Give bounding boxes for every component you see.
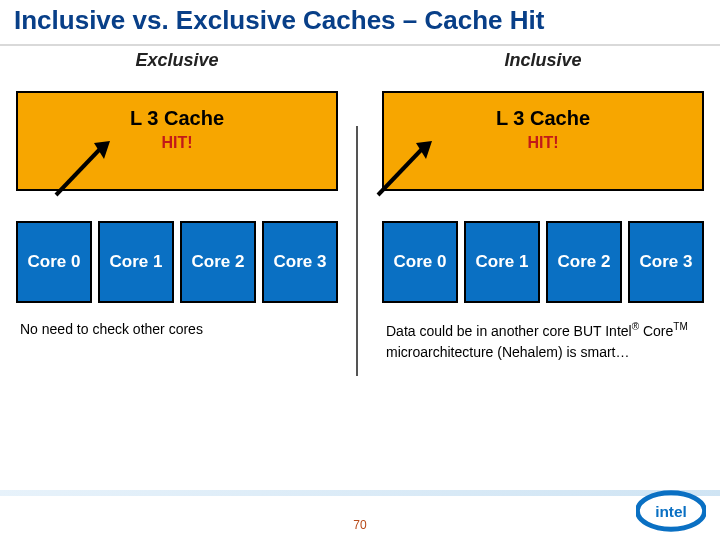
content-columns: Exclusive L 3 Cache HIT! Core 0 Core 1 C… <box>0 46 720 363</box>
core-3: Core 3 <box>262 221 338 303</box>
column-divider <box>356 126 358 376</box>
inclusive-column: Inclusive L 3 Cache HIT! Core 0 Core 1 C… <box>378 50 708 363</box>
core-1: Core 1 <box>464 221 540 303</box>
footer-accent-bar <box>0 490 720 496</box>
svg-text:intel: intel <box>655 503 687 520</box>
hit-label: HIT! <box>384 134 702 152</box>
exclusive-heading: Exclusive <box>12 50 342 71</box>
inclusive-cores-row: Core 0 Core 1 Core 2 Core 3 <box>382 221 704 303</box>
page-number: 70 <box>353 518 366 532</box>
exclusive-cores-row: Core 0 Core 1 Core 2 Core 3 <box>16 221 338 303</box>
core-0: Core 0 <box>382 221 458 303</box>
l3-label: L 3 Cache <box>18 107 336 130</box>
exclusive-caption: No need to check other cores <box>20 319 334 340</box>
core-2: Core 2 <box>546 221 622 303</box>
intel-logo-icon: intel <box>636 490 706 532</box>
exclusive-column: Exclusive L 3 Cache HIT! Core 0 Core 1 C… <box>12 50 342 363</box>
hit-label: HIT! <box>18 134 336 152</box>
core-2: Core 2 <box>180 221 256 303</box>
inclusive-heading: Inclusive <box>378 50 708 71</box>
svg-line-0 <box>56 149 100 195</box>
slide-title: Inclusive vs. Exclusive Caches – Cache H… <box>0 0 720 46</box>
exclusive-l3-cache: L 3 Cache HIT! <box>16 91 338 191</box>
l3-label: L 3 Cache <box>384 107 702 130</box>
inclusive-caption: Data could be in another core BUT Intel®… <box>386 319 700 363</box>
core-3: Core 3 <box>628 221 704 303</box>
core-1: Core 1 <box>98 221 174 303</box>
svg-line-2 <box>378 149 422 195</box>
core-0: Core 0 <box>16 221 92 303</box>
inclusive-l3-cache: L 3 Cache HIT! <box>382 91 704 191</box>
